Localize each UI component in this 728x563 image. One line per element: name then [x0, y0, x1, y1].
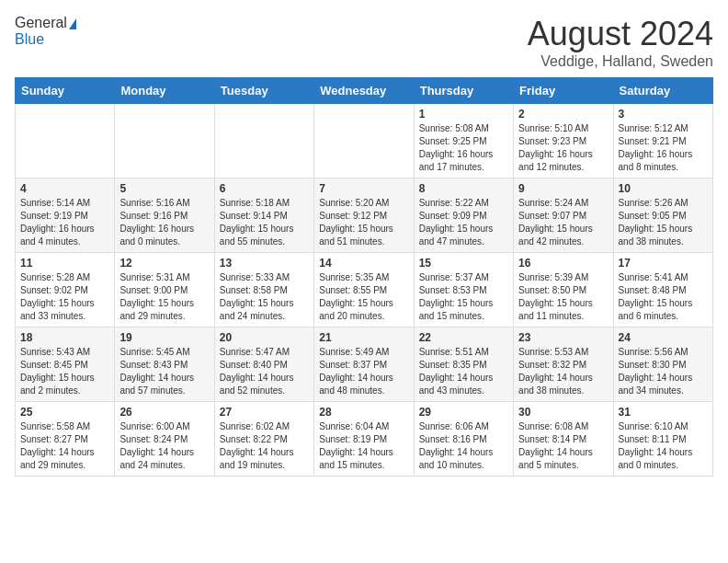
week-row-4: 25Sunrise: 5:58 AM Sunset: 8:27 PM Dayli…: [16, 402, 713, 477]
day-cell: [115, 104, 214, 178]
day-info: Sunrise: 5:08 AM Sunset: 9:25 PM Dayligh…: [419, 122, 508, 174]
day-info: Sunrise: 5:20 AM Sunset: 9:12 PM Dayligh…: [319, 197, 408, 248]
day-info: Sunrise: 5:39 AM Sunset: 8:50 PM Dayligh…: [518, 271, 608, 323]
day-info: Sunrise: 6:00 AM Sunset: 8:24 PM Dayligh…: [119, 420, 209, 472]
day-number: 18: [20, 331, 109, 344]
day-number: 6: [220, 182, 309, 195]
logo-icon: [69, 18, 76, 29]
day-info: Sunrise: 5:26 AM Sunset: 9:05 PM Dayligh…: [619, 197, 708, 248]
week-row-3: 18Sunrise: 5:43 AM Sunset: 8:45 PM Dayli…: [16, 327, 713, 402]
day-cell: 2Sunrise: 5:10 AM Sunset: 9:23 PM Daylig…: [514, 104, 613, 178]
day-cell: 26Sunrise: 6:00 AM Sunset: 8:24 PM Dayli…: [115, 402, 214, 477]
day-cell: 4Sunrise: 5:14 AM Sunset: 9:19 PM Daylig…: [16, 178, 115, 253]
day-info: Sunrise: 5:31 AM Sunset: 9:00 PM Dayligh…: [119, 271, 209, 323]
day-info: Sunrise: 5:35 AM Sunset: 8:55 PM Dayligh…: [319, 271, 408, 323]
day-info: Sunrise: 5:10 AM Sunset: 9:23 PM Dayligh…: [518, 122, 608, 174]
week-row-0: 1Sunrise: 5:08 AM Sunset: 9:25 PM Daylig…: [16, 104, 713, 178]
weekday-header-tuesday: Tuesday: [214, 78, 313, 104]
day-cell: 16Sunrise: 5:39 AM Sunset: 8:50 PM Dayli…: [514, 253, 613, 327]
weekday-header-saturday: Saturday: [613, 78, 712, 104]
day-info: Sunrise: 5:58 AM Sunset: 8:27 PM Dayligh…: [20, 420, 109, 472]
day-number: 21: [319, 331, 408, 344]
day-cell: 19Sunrise: 5:45 AM Sunset: 8:43 PM Dayli…: [115, 327, 214, 402]
day-cell: 23Sunrise: 5:53 AM Sunset: 8:32 PM Dayli…: [514, 327, 613, 402]
day-info: Sunrise: 5:12 AM Sunset: 9:21 PM Dayligh…: [619, 122, 708, 174]
day-info: Sunrise: 5:51 AM Sunset: 8:35 PM Dayligh…: [419, 346, 508, 397]
day-number: 11: [20, 257, 109, 270]
day-info: Sunrise: 5:47 AM Sunset: 8:40 PM Dayligh…: [220, 346, 309, 397]
day-info: Sunrise: 6:10 AM Sunset: 8:11 PM Dayligh…: [619, 420, 708, 472]
day-number: 4: [20, 182, 109, 195]
day-info: Sunrise: 5:43 AM Sunset: 8:45 PM Dayligh…: [20, 346, 109, 397]
logo: General Blue: [15, 15, 76, 48]
day-info: Sunrise: 5:18 AM Sunset: 9:14 PM Dayligh…: [220, 197, 309, 248]
day-info: Sunrise: 5:53 AM Sunset: 8:32 PM Dayligh…: [518, 346, 608, 397]
day-cell: 30Sunrise: 6:08 AM Sunset: 8:14 PM Dayli…: [514, 402, 613, 477]
day-number: 31: [619, 406, 708, 419]
weekday-header-friday: Friday: [514, 78, 613, 104]
day-info: Sunrise: 5:56 AM Sunset: 8:30 PM Dayligh…: [619, 346, 708, 397]
day-cell: 6Sunrise: 5:18 AM Sunset: 9:14 PM Daylig…: [214, 178, 313, 253]
day-cell: 31Sunrise: 6:10 AM Sunset: 8:11 PM Dayli…: [613, 402, 712, 477]
day-cell: 21Sunrise: 5:49 AM Sunset: 8:37 PM Dayli…: [314, 327, 414, 402]
day-cell: 13Sunrise: 5:33 AM Sunset: 8:58 PM Dayli…: [214, 253, 313, 327]
day-cell: 7Sunrise: 5:20 AM Sunset: 9:12 PM Daylig…: [314, 178, 414, 253]
day-cell: 22Sunrise: 5:51 AM Sunset: 8:35 PM Dayli…: [414, 327, 513, 402]
day-cell: 3Sunrise: 5:12 AM Sunset: 9:21 PM Daylig…: [613, 104, 712, 178]
week-row-2: 11Sunrise: 5:28 AM Sunset: 9:02 PM Dayli…: [16, 253, 713, 327]
day-cell: 17Sunrise: 5:41 AM Sunset: 8:48 PM Dayli…: [613, 253, 712, 327]
day-number: 3: [619, 108, 708, 121]
day-cell: 24Sunrise: 5:56 AM Sunset: 8:30 PM Dayli…: [613, 327, 712, 402]
day-cell: 11Sunrise: 5:28 AM Sunset: 9:02 PM Dayli…: [16, 253, 115, 327]
day-number: 7: [319, 182, 408, 195]
day-cell: 20Sunrise: 5:47 AM Sunset: 8:40 PM Dayli…: [214, 327, 313, 402]
weekday-header-monday: Monday: [115, 78, 214, 104]
day-cell: 27Sunrise: 6:02 AM Sunset: 8:22 PM Dayli…: [214, 402, 313, 477]
day-info: Sunrise: 6:02 AM Sunset: 8:22 PM Dayligh…: [220, 420, 309, 472]
day-number: 27: [220, 406, 309, 419]
day-number: 12: [119, 257, 209, 270]
page-header: General Blue August 2024 Veddige, Hallan…: [15, 15, 713, 70]
day-info: Sunrise: 5:24 AM Sunset: 9:07 PM Dayligh…: [518, 197, 608, 248]
day-info: Sunrise: 5:14 AM Sunset: 9:19 PM Dayligh…: [20, 197, 109, 248]
day-cell: [214, 104, 313, 178]
day-cell: 28Sunrise: 6:04 AM Sunset: 8:19 PM Dayli…: [314, 402, 414, 477]
day-number: 5: [119, 182, 209, 195]
day-number: 23: [518, 331, 608, 344]
day-number: 15: [419, 257, 508, 270]
day-info: Sunrise: 6:08 AM Sunset: 8:14 PM Dayligh…: [518, 420, 608, 472]
day-info: Sunrise: 5:37 AM Sunset: 8:53 PM Dayligh…: [419, 271, 508, 323]
day-cell: 9Sunrise: 5:24 AM Sunset: 9:07 PM Daylig…: [514, 178, 613, 253]
title-area: August 2024 Veddige, Halland, Sweden: [528, 15, 713, 70]
weekday-header-thursday: Thursday: [414, 78, 513, 104]
day-number: 1: [419, 108, 508, 121]
weekday-header-row: SundayMondayTuesdayWednesdayThursdayFrid…: [16, 78, 713, 104]
day-number: 22: [419, 331, 508, 344]
day-number: 20: [220, 331, 309, 344]
day-cell: 25Sunrise: 5:58 AM Sunset: 8:27 PM Dayli…: [16, 402, 115, 477]
day-cell: 8Sunrise: 5:22 AM Sunset: 9:09 PM Daylig…: [414, 178, 513, 253]
day-info: Sunrise: 5:22 AM Sunset: 9:09 PM Dayligh…: [419, 197, 508, 248]
day-cell: 29Sunrise: 6:06 AM Sunset: 8:16 PM Dayli…: [414, 402, 513, 477]
day-number: 8: [419, 182, 508, 195]
week-row-1: 4Sunrise: 5:14 AM Sunset: 9:19 PM Daylig…: [16, 178, 713, 253]
day-cell: 14Sunrise: 5:35 AM Sunset: 8:55 PM Dayli…: [314, 253, 414, 327]
day-cell: 18Sunrise: 5:43 AM Sunset: 8:45 PM Dayli…: [16, 327, 115, 402]
day-number: 10: [619, 182, 708, 195]
day-info: Sunrise: 5:28 AM Sunset: 9:02 PM Dayligh…: [20, 271, 109, 323]
day-info: Sunrise: 5:33 AM Sunset: 8:58 PM Dayligh…: [220, 271, 309, 323]
day-info: Sunrise: 5:45 AM Sunset: 8:43 PM Dayligh…: [119, 346, 209, 397]
day-number: 29: [419, 406, 508, 419]
subtitle: Veddige, Halland, Sweden: [528, 53, 713, 70]
day-number: 13: [220, 257, 309, 270]
day-number: 28: [319, 406, 408, 419]
main-title: August 2024: [528, 15, 713, 53]
day-cell: [16, 104, 115, 178]
day-number: 9: [518, 182, 608, 195]
day-info: Sunrise: 6:04 AM Sunset: 8:19 PM Dayligh…: [319, 420, 408, 472]
day-number: 16: [518, 257, 608, 270]
day-cell: 12Sunrise: 5:31 AM Sunset: 9:00 PM Dayli…: [115, 253, 214, 327]
day-number: 17: [619, 257, 708, 270]
day-cell: 15Sunrise: 5:37 AM Sunset: 8:53 PM Dayli…: [414, 253, 513, 327]
day-info: Sunrise: 5:49 AM Sunset: 8:37 PM Dayligh…: [319, 346, 408, 397]
